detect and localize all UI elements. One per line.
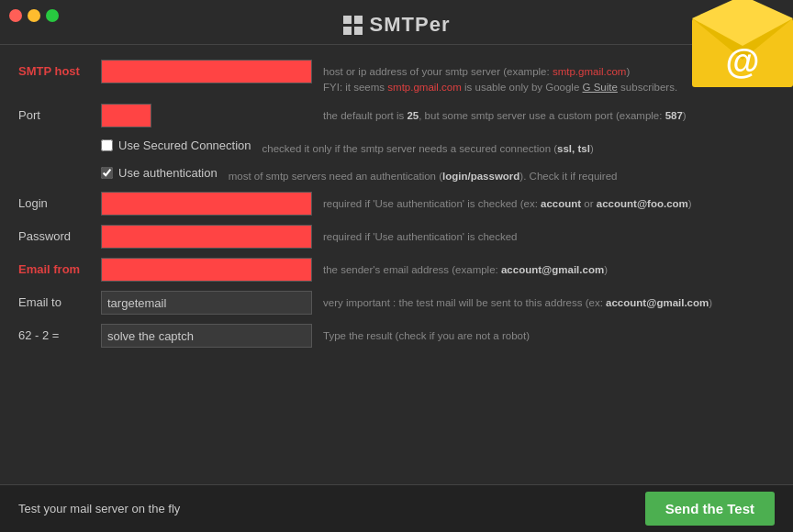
app-title: SMTPer: [370, 13, 451, 37]
header: SMTPer: [0, 0, 793, 44]
login-label: Login: [18, 192, 101, 210]
use-auth-row: Use authentication most of smtp servers …: [18, 164, 775, 184]
email-to-input-col: [101, 291, 312, 315]
logo-grid-icon: [343, 16, 363, 35]
port-row: Port the default port is 25, but some sm…: [18, 104, 775, 129]
login-row: Login required if 'Use authentication' i…: [18, 192, 775, 217]
footer-tagline: Test your mail server on the fly: [18, 502, 180, 515]
footer: Test your mail server on the fly Send th…: [0, 484, 793, 532]
svg-text:@: @: [725, 42, 759, 81]
email-from-input-col: [101, 258, 312, 282]
password-desc: required if 'Use authentication' is chec…: [312, 225, 775, 245]
captcha-label: 62 - 2 =: [18, 324, 101, 342]
send-test-button[interactable]: Send the Test: [645, 492, 775, 526]
captcha-input-col: [101, 324, 312, 348]
smtp-host-row: SMTP host host or ip address of your smt…: [18, 60, 775, 96]
use-secured-row: Use Secured Connection checked it only i…: [18, 137, 775, 157]
captcha-input[interactable]: [101, 324, 312, 348]
email-to-row: Email to very important : the test mail …: [18, 291, 775, 316]
use-secured-label: Use Secured Connection: [118, 139, 251, 152]
email-to-input[interactable]: [101, 291, 312, 315]
smtp-host-input[interactable]: [101, 60, 312, 83]
smtp-host-label: SMTP host: [18, 60, 101, 78]
use-auth-desc: most of smtp servers need an authenticat…: [218, 164, 775, 184]
port-label: Port: [18, 104, 101, 122]
email-from-input[interactable]: [101, 258, 312, 282]
use-auth-label: Use authentication: [118, 166, 218, 180]
password-input[interactable]: [101, 225, 312, 249]
login-input[interactable]: [101, 192, 312, 216]
password-label: Password: [18, 225, 101, 243]
use-secured-desc: checked it only if the smtp server needs…: [251, 137, 775, 157]
use-secured-checkbox[interactable]: [101, 139, 113, 151]
port-input-col: [101, 104, 312, 127]
email-from-desc: the sender's email address (example: acc…: [312, 258, 775, 278]
logo-area: SMTPer: [343, 13, 451, 37]
login-input-col: [101, 192, 312, 216]
use-auth-checkbox[interactable]: [101, 167, 113, 179]
email-from-row: Email from the sender's email address (e…: [18, 258, 775, 283]
use-secured-spacer: [18, 137, 101, 141]
email-to-desc: very important : the test mail will be s…: [312, 291, 775, 311]
port-input[interactable]: [101, 104, 151, 127]
login-desc: required if 'Use authentication' is chec…: [312, 192, 775, 212]
use-secured-checkbox-area: Use Secured Connection: [101, 137, 251, 152]
captcha-desc: Type the result (check if you are not a …: [312, 324, 775, 344]
form-area: SMTP host host or ip address of your smt…: [0, 54, 793, 349]
email-from-label: Email from: [18, 258, 101, 276]
use-auth-checkbox-area: Use authentication: [101, 164, 218, 180]
email-to-label: Email to: [18, 291, 101, 309]
password-input-col: [101, 225, 312, 249]
smtp-host-input-col: [101, 60, 312, 83]
captcha-row: 62 - 2 = Type the result (check if you a…: [18, 324, 775, 349]
port-desc: the default port is 25, but some smtp se…: [312, 104, 775, 124]
password-row: Password required if 'Use authentication…: [18, 225, 775, 250]
use-auth-spacer: [18, 164, 101, 169]
